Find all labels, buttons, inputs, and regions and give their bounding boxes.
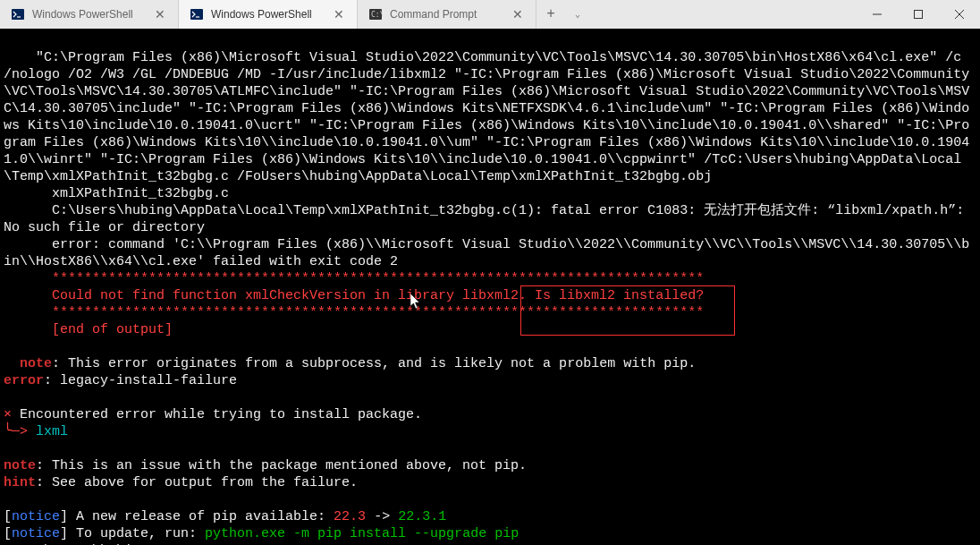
close-icon[interactable]: ✕ (153, 7, 167, 21)
tab-powershell-2[interactable]: Windows PowerShell ✕ (179, 0, 358, 29)
hint-label: hint (4, 475, 36, 490)
notice-label: notice (12, 526, 60, 541)
tab-dropdown[interactable]: ⌄ (565, 0, 590, 29)
x-symbol: × (4, 407, 12, 422)
output-line: error: command 'C:\\Program Files (x86)\… (4, 237, 969, 269)
notice-label: notice (12, 509, 60, 524)
close-icon[interactable]: ✕ (511, 7, 525, 21)
package-name: lxml (28, 424, 68, 439)
note-label: note (4, 458, 36, 473)
tab-title: Windows PowerShell (32, 8, 146, 21)
arrow-text: -> (366, 509, 398, 524)
svg-rect-0 (12, 9, 24, 20)
svg-text:C:\: C:\ (371, 11, 383, 19)
tab-title: Windows PowerShell (211, 8, 325, 21)
error-colon: : (44, 373, 60, 388)
svg-rect-1 (190, 9, 203, 20)
output-line: Could not find function xmlCheckVersion … (4, 288, 704, 303)
powershell-icon (190, 7, 204, 21)
maximize-button[interactable] (898, 0, 939, 29)
close-window-button[interactable] (939, 0, 980, 29)
note-text: : This error originates from a subproces… (52, 356, 696, 371)
output-line: [end of output] (4, 322, 173, 337)
notice-text: A new release of pip available: (68, 509, 334, 524)
window-controls (857, 0, 980, 29)
cmd-icon: C:\ (368, 7, 383, 21)
tab-powershell-1[interactable]: Windows PowerShell ✕ (0, 0, 179, 29)
bracket: [ (4, 526, 12, 541)
terminal-panel[interactable]: "C:\Program Files (x86)\Microsoft Visual… (0, 29, 980, 545)
error-name: legacy-install-failure (60, 373, 237, 388)
output-line: xmlXPathInit_t32bgbg.c (4, 186, 229, 201)
output-line: ****************************************… (4, 271, 704, 286)
note-label: note (4, 356, 52, 371)
tab-strip: Windows PowerShell ✕ Windows PowerShell … (0, 0, 857, 29)
output-line: ****************************************… (4, 305, 704, 320)
note-text: : This is an issue with the package ment… (36, 458, 527, 473)
output-line: "C:\Program Files (x86)\Microsoft Visual… (4, 50, 969, 184)
new-version: 22.3.1 (398, 509, 446, 524)
output-line: C:\Users\hubing\AppData\Local\Temp\xmlXP… (4, 203, 972, 235)
old-version: 22.3 (334, 509, 366, 524)
notice-text: To update, run: (68, 526, 205, 541)
powershell-icon (11, 7, 25, 21)
x-text: Encountered error while trying to instal… (12, 407, 422, 422)
hint-text: : See above for output from the failure. (36, 475, 358, 490)
error-label: error (4, 373, 44, 388)
title-bar: Windows PowerShell ✕ Windows PowerShell … (0, 0, 980, 29)
tab-title: Command Prompt (390, 8, 503, 21)
svg-rect-5 (915, 11, 923, 19)
update-cmd: python.exe -m pip install --upgrade pip (205, 526, 519, 541)
bracket: ] (60, 509, 68, 524)
close-icon[interactable]: ✕ (332, 7, 346, 21)
bracket: ] (60, 526, 68, 541)
arrow-symbol: ╰─> (4, 424, 28, 439)
bracket: [ (4, 509, 12, 524)
new-tab-button[interactable]: + (536, 0, 565, 29)
minimize-button[interactable] (857, 0, 898, 29)
tab-cmd[interactable]: C:\ Command Prompt ✕ (358, 0, 536, 29)
